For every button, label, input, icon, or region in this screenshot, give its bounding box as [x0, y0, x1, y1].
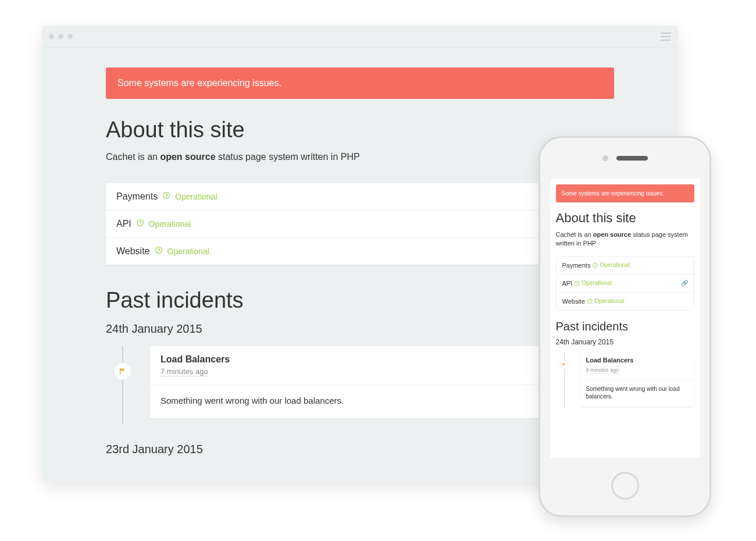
component-name: Website	[562, 298, 586, 305]
about-heading: About this site	[556, 211, 694, 226]
svg-point-1	[166, 197, 167, 197]
incident-timeline: Load Balancers 6 minutes ago Something w…	[556, 352, 694, 407]
component-status: Operational	[600, 262, 630, 268]
help-circle-icon[interactable]	[592, 262, 598, 268]
window-controls[interactable]	[49, 34, 73, 39]
help-circle-icon[interactable]	[574, 280, 580, 286]
component-name: Website	[116, 246, 150, 257]
flag-icon	[559, 360, 569, 369]
component-row: Website Operational	[557, 293, 694, 310]
incident-time[interactable]: 6 minutes ago	[586, 367, 619, 373]
component-list: Payments Operational API Operational Web…	[106, 183, 614, 265]
svg-point-9	[577, 284, 577, 284]
svg-point-5	[158, 251, 159, 252]
incident-card: Load Balancers 6 minutes ago Something w…	[580, 352, 694, 407]
component-status: Operational	[594, 298, 625, 304]
component-row: API Operational	[106, 211, 614, 238]
component-status: Operational	[167, 247, 209, 256]
status-banner: Some systems are experiencing issues.	[556, 184, 694, 202]
incident-time[interactable]: 7 minutes ago	[161, 367, 208, 376]
timeline-line	[122, 346, 123, 424]
about-description: Cachet is an open source status page sys…	[106, 152, 614, 162]
component-row: Payments Operational	[557, 257, 694, 275]
component-list: Payments Operational API Operational 🔗 W…	[556, 256, 694, 311]
component-status: Operational	[149, 219, 191, 229]
link-icon[interactable]: 🔗	[681, 280, 688, 286]
component-row: Website Operational	[106, 238, 614, 265]
phone-camera-icon	[602, 155, 608, 161]
help-circle-icon[interactable]	[136, 219, 144, 227]
incident-date: 23rd January 2015	[106, 443, 614, 456]
incidents-heading: Past incidents	[556, 320, 694, 333]
about-heading: About this site	[106, 118, 614, 143]
incident-date: 24th January 2015	[556, 338, 694, 346]
phone-speaker-icon	[616, 156, 648, 161]
window-maximize-icon[interactable]	[67, 34, 73, 39]
phone-home-button[interactable]	[611, 472, 639, 500]
component-name: API	[116, 219, 131, 229]
help-circle-icon[interactable]	[587, 298, 593, 304]
about-description: Cachet is an open source status page sys…	[556, 230, 694, 248]
component-row: API Operational 🔗	[557, 275, 694, 293]
component-row: Payments Operational	[106, 183, 614, 211]
incident-title: Load Balancers	[161, 354, 604, 365]
incident-timeline: Load Balancers 7 minutes ago Something w…	[106, 346, 614, 418]
window-minimize-icon[interactable]	[58, 34, 63, 39]
incident-date: 24th January 2015	[106, 322, 614, 336]
incident-title: Load Balancers	[586, 357, 689, 364]
phone-screen: Some systems are experiencing issues. Ab…	[550, 179, 700, 458]
component-name: Payments	[562, 262, 591, 269]
browser-titlebar	[42, 26, 678, 48]
component-status: Operational	[582, 280, 612, 286]
phone-top	[602, 138, 648, 179]
incidents-heading: Past incidents	[106, 288, 614, 313]
help-circle-icon[interactable]	[155, 246, 163, 254]
svg-point-3	[140, 224, 140, 225]
component-name: API	[562, 280, 573, 287]
window-close-icon[interactable]	[49, 34, 54, 39]
status-banner: Some systems are experiencing issues.	[106, 67, 614, 99]
svg-point-7	[595, 266, 595, 266]
flag-icon	[114, 362, 131, 380]
phone-mock: Some systems are experiencing issues. Ab…	[539, 136, 711, 517]
help-circle-icon[interactable]	[162, 191, 170, 200]
component-status: Operational	[175, 192, 217, 201]
incident-body: Something went wrong with our load balan…	[580, 380, 694, 407]
component-name: Payments	[116, 191, 158, 202]
menu-icon[interactable]	[661, 33, 671, 41]
svg-point-11	[590, 302, 590, 302]
